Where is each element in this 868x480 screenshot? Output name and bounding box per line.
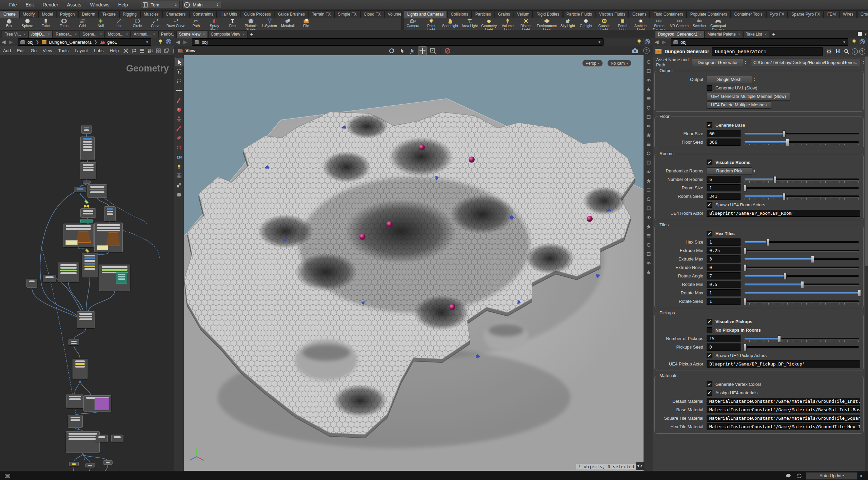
- network-menu-layout[interactable]: Layout: [72, 48, 91, 53]
- param-value-field[interactable]: 1: [707, 238, 741, 246]
- shelf-tab-container-tools[interactable]: Container Tools: [731, 11, 766, 18]
- param-slider[interactable]: [745, 176, 859, 183]
- cloth-tool-icon[interactable]: [175, 172, 183, 180]
- param-value-field[interactable]: 1: [707, 184, 741, 191]
- forward-icon[interactable]: ▶: [7, 39, 15, 45]
- shelf-tab-create[interactable]: Create: [0, 11, 19, 18]
- pane-tab-dungeon-generator1[interactable]: Dungeon_Generator1×: [655, 30, 705, 38]
- asset-path-field[interactable]: C:/Users/TVelebny/Desktop/Houdini/Dungeo…: [751, 59, 861, 66]
- close-icon[interactable]: ×: [738, 32, 740, 36]
- shelf-tab-deform[interactable]: Deform: [78, 11, 98, 18]
- pane-add-tab-button[interactable]: +: [248, 31, 256, 38]
- menu-edit[interactable]: Edit: [21, 0, 38, 9]
- pane-tab--obj-d-[interactable]: /obj/D...×: [28, 30, 53, 38]
- select-mode-icon[interactable]: [398, 47, 406, 55]
- param-slider[interactable]: [745, 344, 859, 350]
- brain-cook-icon[interactable]: [784, 473, 792, 479]
- zoom-region-icon[interactable]: +: [429, 47, 437, 55]
- menu-render[interactable]: Render: [38, 0, 63, 9]
- shelf-tool-sky-light[interactable]: Sky Light: [560, 18, 575, 28]
- pane-tab-render-[interactable]: Render...×: [53, 30, 79, 38]
- network-node[interactable]: [43, 275, 56, 282]
- network-node[interactable]: [85, 463, 95, 467]
- checkbox-unchecked[interactable]: [707, 327, 712, 333]
- shelf-tool-switcher[interactable]: Switcher: [692, 18, 707, 28]
- path-dropdown-caret[interactable]: ▼: [145, 40, 149, 44]
- pane-tab-animati-[interactable]: Animati...×: [131, 30, 158, 38]
- shelf-tool-spot-light[interactable]: Spot Light: [442, 18, 458, 28]
- sculpt-icon[interactable]: [175, 105, 183, 113]
- network-node[interactable]: [103, 460, 113, 465]
- back-icon[interactable]: ◀: [653, 39, 660, 45]
- display-option-icon[interactable]: [645, 140, 652, 148]
- update-mode-spinner[interactable]: ▲▼: [859, 474, 863, 478]
- param-value-field[interactable]: 0.25: [707, 247, 741, 254]
- network-node[interactable]: [96, 435, 108, 442]
- close-icon[interactable]: ×: [48, 32, 50, 36]
- checkbox-checked[interactable]: ✓: [707, 381, 712, 387]
- network-node-bowtie-yellow[interactable]: [83, 204, 90, 208]
- shelf-tab-rigid-bodies[interactable]: Rigid Bodies: [533, 11, 563, 18]
- shelf-tab-terrain-fx[interactable]: Terrain FX: [309, 11, 334, 18]
- update-mode-dropdown[interactable]: Auto Update: [806, 472, 857, 480]
- lasso-icon[interactable]: [175, 77, 183, 85]
- display-option-icon[interactable]: [645, 104, 652, 111]
- shelf-tool-vr-camera[interactable]: VR Camera: [670, 18, 689, 28]
- pin-icon[interactable]: [157, 39, 163, 45]
- pane-menu-caret[interactable]: ▼: [862, 33, 868, 38]
- path-field[interactable]: obj▼: [192, 38, 604, 46]
- shelf-tool-grid[interactable]: Grid: [75, 18, 90, 28]
- param-button[interactable]: UE4 Generate Multiple Meshes (Slow): [707, 93, 790, 100]
- shelf-tool-l-system[interactable]: L-System: [262, 18, 277, 28]
- shelf-tab-populate-containers[interactable]: Populate Containers: [687, 11, 731, 18]
- display-option-icon[interactable]: [645, 213, 652, 221]
- shelf-tool-distant-light[interactable]: Distant Light: [518, 18, 533, 30]
- menu-assets[interactable]: Assets: [63, 0, 86, 9]
- close-icon[interactable]: ×: [203, 32, 205, 36]
- shelf-tool-caustic-light[interactable]: Caustic Light: [597, 18, 612, 30]
- slider-handle[interactable]: [786, 139, 789, 146]
- network-menu-go[interactable]: Go: [28, 48, 40, 53]
- checkbox-checked[interactable]: ✓: [707, 202, 712, 208]
- network-node[interactable]: [80, 137, 95, 160]
- menu-file[interactable]: File: [5, 0, 21, 9]
- shelf-tool-point-light[interactable]: Point Light: [424, 18, 439, 30]
- param-slider[interactable]: [745, 335, 859, 342]
- shelf-tab-characters[interactable]: Characters: [162, 11, 189, 18]
- param-dropdown[interactable]: Single Mesh: [707, 76, 752, 83]
- param-value-field[interactable]: 15: [707, 335, 741, 342]
- light-tool-icon[interactable]: [175, 162, 183, 170]
- list-icon[interactable]: [139, 48, 145, 54]
- shelf-tool-stereo-camera[interactable]: Stereo Camera: [652, 18, 667, 30]
- shelf-tool-tube[interactable]: Tube: [38, 18, 53, 28]
- network-node-purple[interactable]: [83, 395, 111, 412]
- network-node[interactable]: [82, 253, 98, 277]
- network-menu-labs[interactable]: Labs: [91, 48, 106, 53]
- checkbox-checked[interactable]: ✓: [707, 353, 712, 358]
- slider-handle[interactable]: [784, 273, 787, 280]
- dynamics-tool-icon[interactable]: [175, 181, 183, 189]
- menu-help[interactable]: Help: [114, 0, 132, 9]
- shelf-tool-sphere[interactable]: Sphere: [20, 18, 35, 28]
- checkbox-checked[interactable]: ✓: [707, 390, 712, 396]
- shelf-tool-spray-paint[interactable]: Spray Paint: [207, 18, 222, 30]
- shelf-tab-sparse-pyro-fx[interactable]: Sparse Pyro FX: [788, 11, 824, 18]
- shelf-tool-curve[interactable]: Curve: [148, 18, 163, 28]
- pane-layout-icon[interactable]: [858, 32, 862, 36]
- param-slider[interactable]: [745, 239, 859, 245]
- back-icon[interactable]: ◀: [0, 39, 7, 45]
- network-node[interactable]: [69, 462, 79, 466]
- shelf-tool-camera[interactable]: Camera: [406, 18, 420, 28]
- pin-icon[interactable]: [851, 39, 857, 45]
- network-node[interactable]: [83, 181, 91, 184]
- shelf-tool-draw-curve[interactable]: Draw Curve: [166, 18, 185, 28]
- follow-target-icon[interactable]: [644, 39, 650, 45]
- network-node-subnet[interactable]: [63, 224, 94, 247]
- shelf-tab-volume[interactable]: Volume: [384, 11, 401, 18]
- forward-icon[interactable]: ▶: [660, 39, 668, 45]
- muscle-icon[interactable]: [175, 134, 183, 142]
- shelf-tab-guide-brushes[interactable]: Guide Brushes: [275, 11, 308, 18]
- param-dropdown-spinner[interactable]: ▲▼: [752, 169, 756, 173]
- shelf-tab-pyro-fx[interactable]: Pyro FX: [766, 11, 788, 18]
- param-slider[interactable]: [745, 185, 859, 191]
